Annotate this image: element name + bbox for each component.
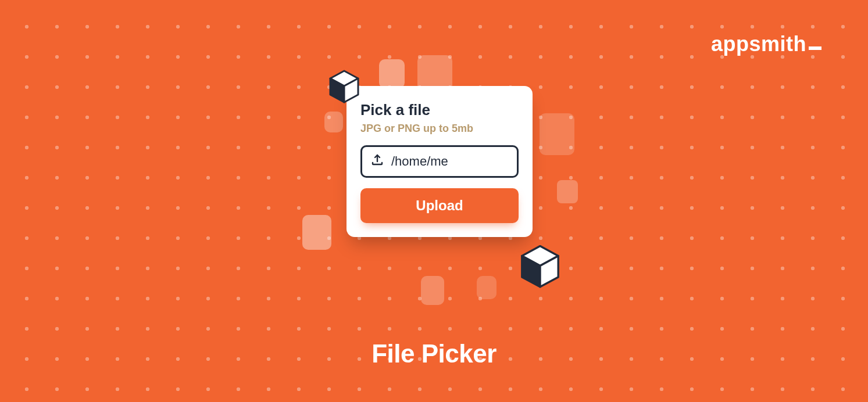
decor-square — [324, 112, 343, 132]
file-path-value: /home/me — [391, 154, 448, 169]
cube-icon — [327, 69, 362, 108]
decor-square — [379, 59, 405, 88]
upload-button[interactable]: Upload — [360, 188, 519, 223]
decor-square — [557, 180, 578, 203]
upload-button-label: Upload — [416, 198, 463, 213]
decor-square — [302, 215, 331, 250]
upload-icon — [370, 153, 384, 170]
decor-square — [540, 113, 574, 155]
card-title: Pick a file — [360, 101, 519, 119]
brand-logo: appsmith — [711, 32, 821, 56]
brand-cursor-icon — [809, 46, 821, 50]
card-subtitle: JPG or PNG up to 5mb — [360, 123, 519, 135]
page-caption: File Picker — [0, 339, 868, 368]
file-picker-card: Pick a file JPG or PNG up to 5mb /home/m… — [347, 86, 533, 237]
decor-square — [477, 276, 496, 299]
file-path-input[interactable]: /home/me — [360, 145, 519, 178]
brand-name: appsmith — [711, 32, 806, 56]
decor-square — [421, 276, 444, 305]
cube-icon — [517, 243, 563, 294]
